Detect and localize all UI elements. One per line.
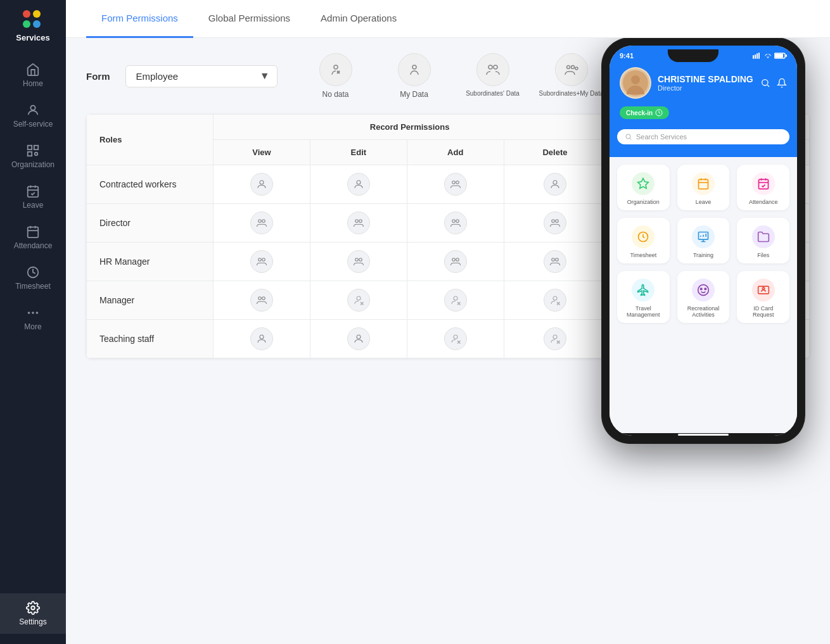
sidebar-item-organization[interactable]: Organization [0, 136, 66, 177]
phone-grid-item[interactable]: Training [677, 218, 730, 263]
svg-point-43 [456, 220, 459, 223]
sidebar-item-label: Self-service [13, 120, 53, 129]
svg-point-16 [31, 606, 35, 610]
tab-global-permissions[interactable]: Global Permissions [193, 0, 305, 38]
svg-point-33 [553, 180, 557, 184]
sidebar-item-label: Timesheet [15, 282, 51, 291]
svg-rect-91 [757, 53, 758, 59]
edit-cell-1[interactable] [310, 204, 407, 243]
svg-rect-2 [34, 146, 38, 149]
settings-icon [26, 601, 40, 615]
more-icon [26, 306, 40, 320]
edit-cell-4[interactable] [310, 320, 407, 358]
svg-point-31 [452, 181, 455, 184]
phone-home-bar [610, 433, 797, 436]
svg-marker-103 [638, 179, 649, 189]
svg-point-29 [260, 180, 264, 184]
view-cell-1[interactable] [214, 204, 310, 243]
phone-service-label: Attendance [749, 199, 778, 205]
main-content: Form Permissions Global Permissions Admi… [66, 0, 830, 644]
svg-rect-90 [755, 54, 756, 59]
sidebar: Services Home Self-service Organization … [0, 0, 66, 644]
svg-rect-104 [698, 179, 708, 189]
svg-rect-89 [753, 55, 754, 59]
svg-point-22 [494, 65, 497, 69]
sidebar-item-more[interactable]: More [0, 298, 66, 339]
phone-grid-item[interactable]: Timesheet [617, 218, 670, 263]
view-cell-2[interactable] [214, 243, 310, 281]
phone-grid-item[interactable]: Organization [617, 165, 670, 210]
tab-bar: Form Permissions Global Permissions Admi… [66, 0, 830, 38]
role-cell-2: HR Manager [87, 243, 214, 281]
brand-label: Services [16, 33, 50, 42]
phone-grid-item[interactable]: Attendance [737, 165, 789, 210]
phone-checkin-button[interactable]: Check-in [620, 106, 669, 119]
phone-search-placeholder: Search Services [636, 133, 687, 141]
phone-service-icon [752, 279, 775, 301]
checkin-label: Check-in [626, 110, 653, 117]
sidebar-item-self-service[interactable]: Self-service [0, 96, 66, 136]
sidebar-item-timesheet[interactable]: Timesheet [0, 258, 66, 298]
role-cell-0: Contracted workers [87, 165, 214, 204]
phone-grid-item[interactable]: Travel Management [617, 271, 670, 323]
svg-rect-92 [758, 53, 760, 59]
sidebar-item-attendance[interactable]: Attendance [0, 217, 66, 258]
edit-cell-2[interactable] [310, 243, 407, 281]
col-add: Add [407, 140, 504, 165]
svg-point-40 [355, 220, 359, 223]
svg-point-23 [566, 66, 570, 69]
perm-subordinates-data[interactable]: Subordinates' Data [455, 53, 531, 99]
col-view: View [214, 140, 310, 165]
svg-point-50 [259, 258, 262, 262]
record-permissions-header: Record Permissions [214, 115, 606, 140]
phone-grid-item[interactable]: Recreational Activities [677, 271, 730, 323]
view-cell-0[interactable] [214, 165, 310, 204]
svg-rect-108 [758, 179, 768, 189]
svg-point-51 [262, 258, 265, 262]
phone-grid-item[interactable]: ID Card Request [737, 271, 789, 323]
phone-services-grid: OrganizationLeaveAttendanceTimesheetTrai… [610, 157, 797, 433]
svg-rect-4 [28, 187, 39, 198]
phone-service-icon [752, 225, 775, 248]
svg-point-55 [456, 258, 459, 262]
sidebar-item-home[interactable]: Home [0, 55, 66, 96]
phone-search-bar[interactable]: Search Services [617, 129, 789, 144]
svg-point-62 [259, 297, 262, 300]
svg-point-20 [412, 65, 416, 69]
perm-subordinates-data-label: Subordinates' Data [466, 90, 520, 97]
perm-no-data[interactable]: No data [298, 53, 374, 99]
svg-point-67 [454, 296, 457, 300]
phone-grid-item[interactable]: Leave [677, 165, 730, 210]
phone-service-icon [692, 279, 715, 301]
col-edit: Edit [310, 140, 407, 165]
tab-form-permissions[interactable]: Form Permissions [86, 0, 193, 38]
sidebar-item-settings[interactable]: Settings [0, 593, 66, 634]
add-cell-0[interactable] [407, 165, 504, 204]
edit-cell-0[interactable] [310, 165, 407, 204]
sidebar-item-leave[interactable]: Leave [0, 177, 66, 217]
form-select[interactable]: Employee Department Position [125, 65, 278, 87]
phone-grid-item[interactable]: Files [737, 218, 789, 263]
svg-point-0 [30, 106, 35, 110]
edit-cell-3[interactable] [310, 281, 407, 320]
phone-service-label: ID Card Request [742, 305, 784, 318]
logo [23, 10, 43, 28]
role-cell-4: Teaching staff [87, 320, 214, 358]
svg-point-41 [359, 220, 362, 223]
perm-my-data[interactable]: My Data [376, 53, 452, 99]
attendance-icon [26, 225, 40, 239]
settings-label: Settings [19, 617, 46, 626]
add-cell-1[interactable] [407, 204, 504, 243]
add-cell-3[interactable] [407, 281, 504, 320]
phone-header: CHRISTINE SPALDING Director Check-in [610, 62, 797, 129]
view-cell-3[interactable] [214, 281, 310, 320]
add-cell-2[interactable] [407, 243, 504, 281]
svg-line-102 [630, 138, 631, 139]
phone-service-icon [752, 172, 775, 195]
view-cell-4[interactable] [214, 320, 310, 358]
tab-admin-operations[interactable]: Admin Operations [305, 0, 412, 38]
add-cell-4[interactable] [407, 320, 504, 358]
svg-point-63 [262, 297, 265, 300]
role-cell-1: Director [87, 204, 214, 243]
phone-avatar [620, 67, 651, 99]
